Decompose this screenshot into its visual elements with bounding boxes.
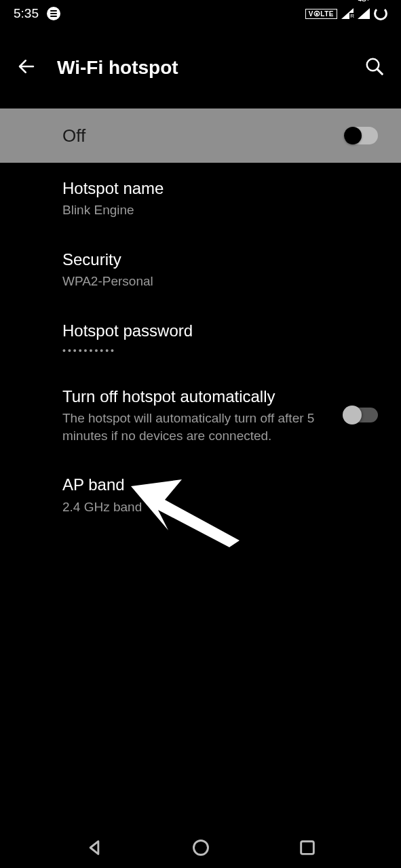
item-title: Hotspot password xyxy=(62,320,378,341)
item-sub: 2.4 GHz band xyxy=(62,498,378,516)
settings-list: Hotspot name Blink Engine Security WPA2-… xyxy=(0,163,401,530)
item-title: Security xyxy=(62,249,378,270)
app-bar: Wi-Fi hotspot xyxy=(0,27,401,108)
circle-home-icon xyxy=(191,838,210,857)
security-item[interactable]: Security WPA2-Personal xyxy=(62,234,378,305)
hotspot-master-toggle-row[interactable]: Off xyxy=(0,108,401,163)
arrow-left-icon xyxy=(16,56,37,77)
status-bar: 5:35 V⦿LTE R 4G+ xyxy=(0,0,401,27)
navigation-bar xyxy=(0,830,401,868)
square-recents-icon xyxy=(298,838,317,857)
item-sub: Blink Engine xyxy=(62,201,378,219)
signal-icon-2: 4G+ xyxy=(358,8,370,19)
nav-home-button[interactable] xyxy=(191,838,210,860)
auto-off-switch[interactable] xyxy=(344,408,378,422)
nav-recents-button[interactable] xyxy=(298,838,317,860)
hotspot-name-item[interactable]: Hotspot name Blink Engine xyxy=(62,163,378,234)
switch-knob xyxy=(343,406,362,425)
item-title: Hotspot name xyxy=(62,178,378,199)
hotspot-state-label: Off xyxy=(62,125,344,146)
status-time: 5:35 xyxy=(14,6,39,21)
back-button[interactable] xyxy=(16,56,37,79)
password-masked: •••••••••• xyxy=(62,345,378,356)
svg-rect-3 xyxy=(301,842,313,854)
search-icon xyxy=(364,56,385,77)
hotspot-master-switch[interactable] xyxy=(344,127,378,144)
auto-off-item[interactable]: Turn off hotspot automatically The hotsp… xyxy=(62,371,378,459)
switch-knob xyxy=(344,127,362,144)
loading-spinner-icon xyxy=(374,7,387,20)
item-sub: WPA2-Personal xyxy=(62,273,378,290)
search-button[interactable] xyxy=(364,56,385,79)
item-sub: The hotspot will automatically turn off … xyxy=(62,410,327,444)
nav-back-button[interactable] xyxy=(85,838,104,860)
svg-point-2 xyxy=(193,841,208,855)
volte-icon: V⦿LTE xyxy=(305,9,337,19)
signal-icon-1: R xyxy=(341,8,354,19)
hotspot-password-item[interactable]: Hotspot password •••••••••• xyxy=(62,305,378,371)
triangle-back-icon xyxy=(85,838,104,857)
ap-band-item[interactable]: AP band 2.4 GHz band xyxy=(62,459,378,530)
notification-icon xyxy=(47,7,60,20)
item-title: Turn off hotspot automatically xyxy=(62,386,344,407)
item-title: AP band xyxy=(62,474,378,495)
page-title: Wi-Fi hotspot xyxy=(57,57,344,79)
